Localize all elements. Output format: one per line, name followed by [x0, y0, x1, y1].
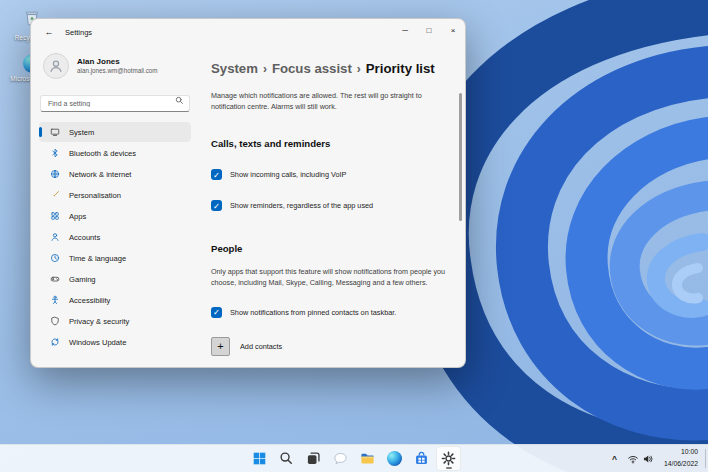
search-icon [175, 96, 184, 105]
sidebar-item-personalisation[interactable]: Personalisation [39, 185, 191, 205]
task-view-button[interactable] [301, 446, 326, 471]
breadcrumb: System › Focus assist › Priority list [211, 61, 447, 76]
people-description: Only apps that support this feature will… [211, 266, 447, 288]
account-profile[interactable]: Alan Jones alan.jones.wm@hotmail.com [43, 53, 189, 79]
microsoft-store-button[interactable] [409, 446, 434, 471]
chevron-right-icon: › [263, 62, 267, 76]
back-button[interactable]: ← [39, 23, 59, 41]
file-explorer-button[interactable] [355, 446, 380, 471]
taskbar: ^ 10:00 14/06/2022 [0, 444, 708, 472]
taskbar-search-button[interactable] [274, 446, 299, 471]
chat-bubble-icon [333, 451, 348, 466]
bluetooth-icon [50, 148, 60, 158]
update-icon [50, 337, 60, 347]
settings-sidebar: Alan Jones alan.jones.wm@hotmail.com Sys… [31, 45, 199, 367]
chevron-up-icon: ^ [612, 454, 617, 464]
checkbox-row-reminders[interactable]: ✓ Show reminders, regardless of the app … [211, 200, 447, 211]
tray-date: 14/06/2022 [664, 460, 698, 469]
page-description: Manage which notifications are allowed. … [211, 90, 447, 112]
edge-button[interactable] [382, 446, 407, 471]
profile-email: alan.jones.wm@hotmail.com [77, 67, 158, 75]
sidebar-item-windows-update[interactable]: Windows Update [39, 332, 191, 352]
person-icon [50, 232, 60, 242]
checkbox-row-pinned-contacts[interactable]: ✓ Show notifications from pinned contact… [211, 307, 447, 318]
start-button[interactable] [247, 446, 272, 471]
settings-nav: System Bluetooth & devices Network & int… [31, 122, 199, 352]
settings-content: System › Focus assist › Priority list Ma… [211, 45, 447, 367]
window-controls: ─ □ × [393, 19, 465, 41]
globe-icon [50, 169, 60, 179]
avatar [43, 53, 69, 79]
sidebar-item-bluetooth-devices[interactable]: Bluetooth & devices [39, 143, 191, 163]
system-tray: ^ 10:00 14/06/2022 [609, 446, 701, 471]
settings-window: ← Settings ─ □ × Alan Jones alan.jones.w… [30, 18, 466, 368]
checkbox-checked[interactable]: ✓ [211, 200, 222, 211]
chevron-right-icon: › [357, 62, 361, 76]
add-contacts-button[interactable]: + Add contacts [211, 337, 282, 356]
search-input[interactable] [40, 95, 190, 112]
windows-logo-icon [252, 451, 267, 466]
check-icon: ✓ [213, 171, 220, 180]
maximize-button[interactable]: □ [417, 19, 441, 41]
minimize-button[interactable]: ─ [393, 19, 417, 41]
search-icon [279, 451, 294, 466]
volume-icon [642, 453, 654, 465]
sidebar-item-time-language[interactable]: Time & language [39, 248, 191, 268]
tray-overflow-button[interactable]: ^ [609, 452, 620, 466]
sidebar-item-network-internet[interactable]: Network & internet [39, 164, 191, 184]
search-box [40, 92, 190, 112]
accessibility-icon [50, 295, 60, 305]
check-icon: ✓ [213, 308, 220, 317]
edge-icon [387, 451, 402, 466]
gear-icon [441, 451, 456, 466]
section-heading-calls: Calls, texts and reminders [211, 138, 447, 149]
sidebar-item-accessibility[interactable]: Accessibility [39, 290, 191, 310]
section-heading-people: People [211, 243, 447, 254]
clock[interactable]: 10:00 14/06/2022 [661, 446, 701, 471]
desktop: Recycle Bin Microsoft Edge ← Settings ─ … [0, 0, 708, 472]
wifi-icon [627, 453, 639, 465]
check-icon: ✓ [213, 202, 220, 211]
breadcrumb-focus-assist[interactable]: Focus assist [272, 61, 352, 76]
sidebar-item-privacy-security[interactable]: Privacy & security [39, 311, 191, 331]
apps-grid-icon [50, 211, 60, 221]
window-title: Settings [65, 28, 92, 37]
open-app-indicator [446, 467, 452, 469]
breadcrumb-system[interactable]: System [211, 61, 258, 76]
task-view-icon [306, 451, 321, 466]
clock-icon [50, 253, 60, 263]
sidebar-item-apps[interactable]: Apps [39, 206, 191, 226]
network-volume-button[interactable] [624, 451, 657, 467]
sidebar-item-gaming[interactable]: Gaming [39, 269, 191, 289]
settings-taskbar-button[interactable] [436, 446, 461, 471]
checkbox-checked[interactable]: ✓ [211, 169, 222, 180]
close-button[interactable]: × [441, 19, 465, 41]
sidebar-item-system[interactable]: System [39, 122, 191, 142]
shield-icon [50, 316, 60, 326]
section-people: People Only apps that support this featu… [211, 243, 447, 355]
tray-time: 10:00 [681, 448, 698, 457]
checkbox-checked[interactable]: ✓ [211, 307, 222, 318]
gamepad-icon [50, 274, 60, 284]
section-calls: Calls, texts and reminders ✓ Show incomi… [211, 138, 447, 211]
system-icon [50, 127, 60, 137]
store-bag-icon [414, 451, 429, 466]
folder-icon [360, 451, 375, 466]
breadcrumb-priority-list: Priority list [366, 61, 435, 76]
brush-icon [50, 190, 60, 200]
checkbox-row-incoming-calls[interactable]: ✓ Show incoming calls, including VoIP [211, 169, 447, 180]
scrollbar-thumb[interactable] [459, 93, 462, 221]
selected-indicator [39, 127, 42, 137]
chat-button[interactable] [328, 446, 353, 471]
profile-name: Alan Jones [77, 57, 158, 67]
plus-icon: + [211, 337, 230, 356]
sidebar-item-accounts[interactable]: Accounts [39, 227, 191, 247]
taskbar-center-icons [247, 446, 461, 471]
